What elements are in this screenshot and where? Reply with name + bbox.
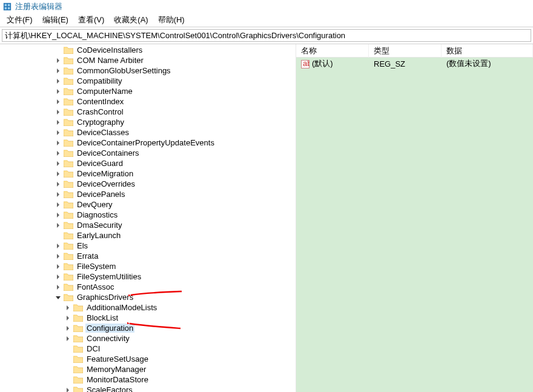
chevron-right-icon[interactable] (55, 284, 62, 291)
tree-item-label[interactable]: DmaSecurity (76, 221, 123, 230)
tree-item-label[interactable]: DeviceGuard (76, 159, 124, 168)
tree-item-label[interactable]: MemoryManager (85, 365, 147, 374)
tree-item[interactable]: DeviceGuard (52, 158, 296, 168)
tree-item-label[interactable]: Configuration (85, 324, 134, 333)
col-header-data[interactable]: 数据 (442, 44, 533, 58)
tree-item[interactable]: DeviceContainers (52, 148, 296, 158)
tree-item[interactable]: Connectivity (62, 333, 296, 344)
tree-item-label[interactable]: ContentIndex (76, 97, 125, 106)
tree-item-label[interactable]: DeviceMigration (76, 169, 134, 178)
chevron-right-icon[interactable] (55, 78, 62, 85)
tree-item[interactable]: Errata (52, 251, 296, 261)
tree-item[interactable]: DeviceContainerPropertyUpdateEvents (52, 138, 296, 148)
tree-item-label[interactable]: MonitorDataStore (85, 375, 150, 384)
tree-item-label[interactable]: DeviceContainers (76, 148, 141, 158)
tree-item-label[interactable]: COM Name Arbiter (76, 56, 145, 65)
tree-item[interactable]: CommonGlobUserSettings (52, 65, 296, 76)
chevron-right-icon[interactable] (64, 325, 71, 332)
tree-item-label[interactable]: Errata (76, 251, 99, 261)
tree-item[interactable]: FileSystem (52, 261, 296, 271)
tree-item-label[interactable]: GraphicsDrivers (76, 293, 134, 302)
tree-item[interactable]: DCI (62, 344, 296, 354)
chevron-right-icon[interactable] (64, 314, 71, 322)
col-header-name[interactable]: 名称 (296, 44, 369, 58)
tree-item[interactable]: Diagnostics (52, 210, 296, 220)
tree-item[interactable]: Els (52, 241, 296, 251)
tree-item-label[interactable]: ComputerName (76, 87, 134, 96)
tree-item-label[interactable]: DeviceClasses (76, 128, 130, 137)
tree-item-label[interactable]: CoDeviceInstallers (76, 45, 144, 55)
tree-item-label[interactable]: Connectivity (85, 334, 131, 343)
chevron-right-icon[interactable] (55, 57, 62, 64)
tree-item[interactable]: EarlyLaunch (52, 230, 296, 241)
tree-item[interactable]: DeviceOverrides (52, 179, 296, 189)
tree-item-label[interactable]: CrashControl (76, 107, 125, 116)
chevron-right-icon[interactable] (55, 253, 62, 260)
tree-item[interactable]: DmaSecurity (52, 220, 296, 230)
tree-item[interactable]: DeviceMigration (52, 168, 296, 179)
tree-item-label[interactable]: EarlyLaunch (76, 231, 122, 240)
tree-item[interactable]: MemoryManager (62, 364, 296, 374)
chevron-right-icon[interactable] (64, 304, 71, 311)
tree-item[interactable]: FontAssoc (52, 282, 296, 292)
chevron-right-icon[interactable] (55, 119, 62, 126)
tree-item[interactable]: ComputerName (52, 86, 296, 96)
tree-item[interactable]: DevicePanels (52, 189, 296, 199)
path-input[interactable] (2, 29, 531, 42)
tree-item[interactable]: Configuration (62, 323, 296, 333)
chevron-down-icon[interactable] (55, 294, 62, 301)
tree-item[interactable]: MonitorDataStore (62, 374, 296, 385)
menu-favorites[interactable]: 收藏夹(A) (110, 13, 151, 27)
tree-item-label[interactable]: FontAssoc (76, 282, 115, 291)
chevron-right-icon[interactable] (55, 191, 62, 198)
tree-item-label[interactable]: Cryptography (76, 118, 125, 127)
chevron-right-icon[interactable] (55, 242, 62, 250)
chevron-right-icon[interactable] (55, 160, 62, 167)
menu-view[interactable]: 查看(V) (74, 13, 108, 27)
tree-item-label[interactable]: DevicePanels (76, 190, 127, 199)
chevron-right-icon[interactable] (55, 139, 62, 147)
tree-item[interactable]: BlockList (62, 313, 296, 323)
chevron-right-icon[interactable] (55, 273, 62, 281)
tree-item[interactable]: FeatureSetUsage (62, 354, 296, 364)
tree-item-label[interactable]: Compatibility (76, 76, 123, 85)
chevron-right-icon[interactable] (55, 88, 62, 95)
chevron-right-icon[interactable] (55, 201, 62, 208)
chevron-right-icon[interactable] (64, 387, 71, 393)
tree-item[interactable]: ContentIndex (52, 96, 296, 107)
tree-item-label[interactable]: DeviceOverrides (76, 179, 136, 188)
tree-item[interactable]: FileSystemUtilities (52, 271, 296, 282)
tree-item-label[interactable]: ScaleFactors (85, 385, 134, 392)
tree-item-label[interactable]: CommonGlobUserSettings (76, 66, 172, 75)
tree-item[interactable]: ScaleFactors (62, 385, 296, 392)
tree-item-label[interactable]: DevQuery (76, 200, 114, 209)
tree-item[interactable]: CoDeviceInstallers (52, 45, 296, 55)
chevron-right-icon[interactable] (64, 335, 71, 342)
list-row[interactable]: ab(默认)REG_SZ(数值未设置) (296, 58, 533, 70)
chevron-right-icon[interactable] (55, 170, 62, 178)
tree-item-label[interactable]: DCI (85, 344, 101, 353)
chevron-right-icon[interactable] (55, 211, 62, 219)
menu-file[interactable]: 文件(F) (3, 13, 36, 27)
tree-item[interactable]: DeviceClasses (52, 127, 296, 138)
tree-item-label[interactable]: FileSystem (76, 262, 117, 271)
chevron-right-icon[interactable] (55, 108, 62, 116)
tree-item[interactable]: COM Name Arbiter (52, 55, 296, 65)
tree-item-label[interactable]: Diagnostics (76, 210, 119, 219)
tree-item[interactable]: AdditionalModeLists (62, 302, 296, 313)
tree-item-label[interactable]: FeatureSetUsage (85, 354, 150, 364)
menu-help[interactable]: 帮助(H) (154, 13, 188, 27)
tree-item[interactable]: Cryptography (52, 117, 296, 127)
chevron-right-icon[interactable] (55, 98, 62, 105)
chevron-right-icon[interactable] (55, 67, 62, 75)
tree-item[interactable]: DevQuery (52, 199, 296, 210)
col-header-type[interactable]: 类型 (369, 44, 442, 58)
chevron-right-icon[interactable] (55, 129, 62, 136)
menu-edit[interactable]: 编辑(E) (39, 13, 72, 27)
tree-item-label[interactable]: AdditionalModeLists (85, 303, 158, 312)
tree-item-label[interactable]: DeviceContainerPropertyUpdateEvents (76, 138, 216, 147)
tree-item-label[interactable]: FileSystemUtilities (76, 272, 142, 281)
tree-item[interactable]: CrashControl (52, 107, 296, 117)
tree-pane[interactable]: CoDeviceInstallersCOM Name ArbiterCommon… (0, 44, 296, 392)
tree-item-label[interactable]: Els (76, 241, 89, 250)
